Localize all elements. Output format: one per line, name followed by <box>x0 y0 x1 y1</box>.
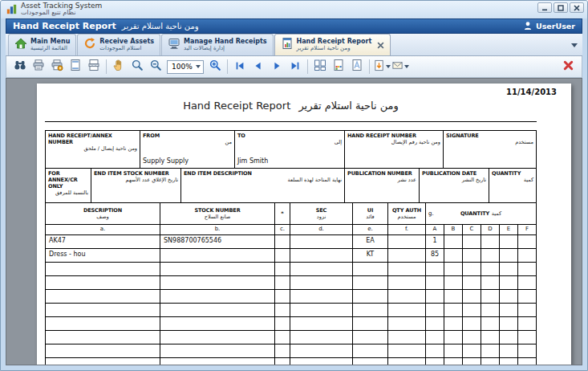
report-date: 11/14/2013 <box>37 88 571 96</box>
close-button[interactable] <box>570 2 584 13</box>
letter-f: f. <box>388 225 426 234</box>
email-icon <box>391 59 403 75</box>
printer-icon <box>32 59 45 75</box>
letter-b: b. <box>160 225 275 234</box>
zoom-in-icon <box>209 59 221 75</box>
hand-tool-button[interactable] <box>110 58 128 75</box>
chevron-down-icon <box>571 43 578 47</box>
zoom-out-button[interactable] <box>147 58 164 75</box>
cell-qty-a: 85 <box>426 249 444 262</box>
table-row: AK47 SN988700765546 EA 1 <box>46 235 536 249</box>
zoom-level-select[interactable]: 100% <box>167 60 204 74</box>
tab-receive-assets[interactable]: Receive Assets استلام الموجودات <box>77 34 160 55</box>
table-row: Dress - hou KT 85 <box>46 249 536 263</box>
chevron-down-icon <box>404 65 409 68</box>
send-email-button[interactable] <box>391 58 409 75</box>
previous-page-icon <box>253 59 264 75</box>
tab-close-icon[interactable] <box>377 42 384 49</box>
field-annex-number: HAND RECEIPT/ANNEX NUMBER ومن ناحية إيصا… <box>46 131 140 168</box>
toolbar-separator <box>106 59 107 74</box>
report-page: 11/14/2013 Hand Receipt Report ومن ناحية… <box>37 84 571 365</box>
zoom-in-button[interactable] <box>206 58 224 75</box>
user-menu[interactable]: UserUser <box>523 21 575 32</box>
window-titlebar: Asset Tracking System نظام تتبع الموجودا… <box>1 1 587 18</box>
column-header-stock-number: STOCK NUMBER صانع السلاح <box>160 203 275 224</box>
previous-page-button[interactable] <box>249 58 267 75</box>
multiple-pages-icon <box>314 59 326 75</box>
window-title-arabic: نظام تتبع الموجودات <box>21 10 102 16</box>
close-red-x-icon <box>562 59 574 75</box>
report-viewer[interactable]: 11/14/2013 Hand Receipt Report ومن ناحية… <box>6 78 582 365</box>
letter-qty-d: D <box>481 225 500 234</box>
table-row-empty <box>46 344 536 358</box>
field-for-annex: FOR ANNEX/CR ONLY بالنسبة للمرفق <box>46 169 91 202</box>
column-header-ui: UI قائد <box>353 203 388 224</box>
app-logo-icon <box>6 2 17 18</box>
page-color-button[interactable] <box>330 58 347 75</box>
cell-qty-a: 1 <box>426 235 444 248</box>
letter-qty-c: C <box>463 225 481 234</box>
app-header: Hand Receipt Report ومن ناحية استلام تقر… <box>6 18 582 34</box>
field-end-item-description: END ITEM DESCRIPTION نهاية المتاحة لهذة … <box>181 169 345 202</box>
close-preview-button[interactable] <box>559 58 577 75</box>
field-publication-date: PUBLICATION DATE تاريخ النشر <box>420 169 489 202</box>
zoom-level-value: 100% <box>172 63 193 71</box>
export-document-button[interactable] <box>373 58 391 75</box>
column-header-qty-auth: QTY AUTH مستخدم <box>388 203 426 224</box>
hand-receipt-form: HAND RECEIPT/ANNEX NUMBER ومن ناحية إيصا… <box>45 130 537 365</box>
scale-icon <box>87 59 100 75</box>
letter-d: d. <box>290 225 353 234</box>
page-title-arabic: ومن ناحية استلام تقرير <box>122 22 199 31</box>
report-title: Hand Receipt Report ومن ناحية استلام تقر… <box>45 100 537 112</box>
cell-description: Dress - hou <box>46 249 160 262</box>
field-signature: SIGNATURE مستخدم <box>444 131 536 168</box>
print-button[interactable] <box>30 58 47 75</box>
letter-qty-b: B <box>444 225 463 234</box>
search-button[interactable] <box>11 58 29 75</box>
column-header-description: DESCRIPTION وصف <box>46 203 160 224</box>
letter-a: a. <box>46 225 160 234</box>
watermark-icon <box>351 59 363 75</box>
letter-qty-a: A <box>426 225 444 234</box>
from-value: Supply Supply <box>143 157 232 166</box>
table-row-empty <box>46 317 536 331</box>
field-receipt-number: HAND RECEIPT NUMBER ومن ناحية رقم الإيصا… <box>345 131 444 168</box>
minimize-button[interactable] <box>537 2 552 13</box>
first-page-button[interactable] <box>231 58 249 75</box>
table-row-empty <box>46 263 536 276</box>
report-title-english: Hand Receipt Report <box>183 100 290 112</box>
cell-ui: KT <box>353 249 388 262</box>
table-row-empty <box>46 331 536 344</box>
tab-bar: Main Menu القائمة الرئيسية Receive Asset… <box>6 34 582 56</box>
next-page-button[interactable] <box>268 58 286 75</box>
tab-overflow-button[interactable] <box>569 39 580 51</box>
toolbar-separator <box>227 59 228 74</box>
export-icon <box>373 59 385 75</box>
header-footer-icon <box>69 59 82 75</box>
receive-assets-icon <box>83 37 96 53</box>
cell-stock-number <box>160 249 275 262</box>
tab-manage-hand-receipts[interactable]: Manage Hand Receipts إدارة إيصالات اليد <box>161 34 274 55</box>
watermark-button[interactable] <box>348 58 366 75</box>
letter-e: e. <box>353 225 388 234</box>
tab-hand-receipt-report[interactable]: Hand Receipt Report ومن ناحية استلام تقر… <box>274 34 391 55</box>
table-row-empty <box>46 358 536 365</box>
scale-button[interactable] <box>85 58 103 75</box>
magnifier-button[interactable] <box>128 58 146 75</box>
page-setup-button[interactable] <box>48 58 66 75</box>
chevron-down-icon <box>196 65 201 68</box>
field-publication-number: PUBLICATION NUMBER عدد نشر <box>345 169 420 202</box>
cell-stock-number: SN988700765546 <box>160 235 275 248</box>
table-row-empty <box>46 276 536 290</box>
page-title: Hand Receipt Report <box>13 21 116 31</box>
header-footer-button[interactable] <box>67 58 84 75</box>
field-from: FROM من Supply Supply <box>140 131 235 168</box>
cell-ui: EA <box>353 235 388 248</box>
multiple-pages-button[interactable] <box>311 58 329 75</box>
tab-main-menu[interactable]: Main Menu القائمة الرئيسية <box>8 34 76 55</box>
letter-qty-e: E <box>500 225 518 234</box>
cell-description: AK47 <box>46 235 160 248</box>
last-page-button[interactable] <box>286 58 304 75</box>
table-row-empty <box>46 304 536 317</box>
maximize-button[interactable] <box>554 2 568 13</box>
